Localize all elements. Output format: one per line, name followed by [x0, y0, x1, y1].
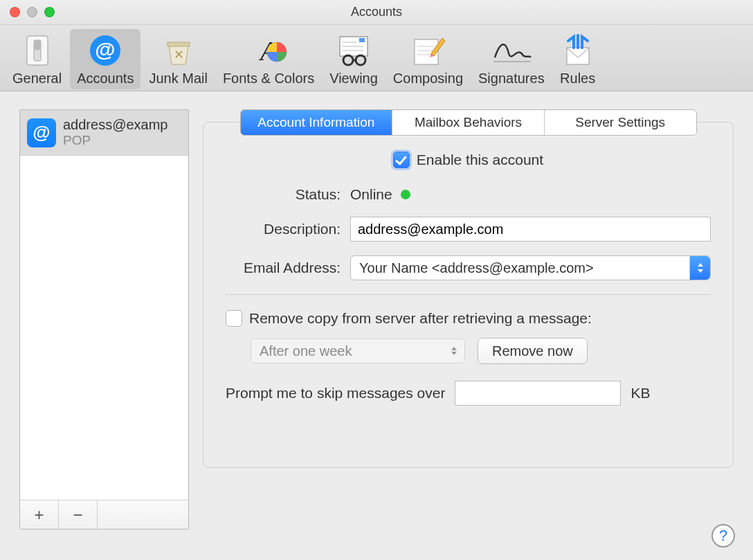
at-sign-icon: @ [89, 33, 122, 68]
account-panel: Account Information Mailbox Behaviors Se… [203, 109, 734, 530]
tab-strip: Account Information Mailbox Behaviors Se… [240, 109, 697, 136]
toolbar-label-junk: Junk Mail [149, 71, 207, 87]
trash-icon: ✕ [162, 33, 195, 68]
description-input[interactable] [350, 217, 711, 242]
toolbar-label-composing: Composing [393, 71, 463, 87]
toolbar-item-composing[interactable]: Composing [386, 29, 470, 89]
status-indicator-icon [401, 190, 410, 199]
toolbar-item-signatures[interactable]: Signatures [471, 29, 552, 89]
sidebar-extra [98, 500, 188, 529]
enable-account-label: Enable this account [417, 152, 543, 168]
remove-copy-label: Remove copy from server after retrieving… [249, 310, 592, 327]
svg-marker-27 [451, 347, 457, 350]
skip-size-input[interactable] [455, 381, 621, 406]
toolbar-label-fonts: Fonts & Colors [223, 71, 314, 87]
email-address-popup[interactable]: Your Name <address@example.com> [350, 255, 711, 280]
skip-unit-label: KB [630, 385, 650, 401]
preferences-toolbar: General @ Accounts ✕ Junk Mail A Fonts &… [0, 25, 753, 91]
help-icon: ? [719, 527, 727, 545]
svg-marker-25 [698, 263, 703, 267]
panel-body: Enable this account Status: Online Descr… [203, 122, 734, 468]
signature-icon [491, 33, 532, 68]
fonts-colors-icon: A [249, 33, 288, 68]
svg-text:@: @ [96, 38, 116, 61]
toolbar-item-fonts-colors[interactable]: A Fonts & Colors [216, 29, 321, 89]
toolbar-label-signatures: Signatures [478, 71, 545, 87]
email-address-label: Email Address: [226, 260, 350, 276]
remove-delay-value: After one week [260, 343, 352, 359]
popup-arrows-icon [689, 256, 710, 280]
svg-marker-26 [698, 269, 703, 273]
enable-account-checkbox[interactable] [393, 152, 410, 168]
svg-point-14 [343, 55, 353, 65]
compose-icon [410, 33, 445, 68]
toolbar-item-rules[interactable]: Rules [553, 29, 603, 89]
toolbar-item-viewing[interactable]: Viewing [323, 29, 385, 89]
at-sign-icon: @ [27, 118, 56, 147]
remove-copy-checkbox[interactable] [226, 310, 242, 327]
rules-icon [560, 33, 596, 68]
svg-rect-2 [34, 40, 41, 50]
status-value: Online [350, 186, 392, 203]
svg-rect-5 [167, 42, 190, 46]
switch-icon [24, 33, 51, 68]
description-label: Description: [226, 221, 350, 237]
toolbar-label-accounts: Accounts [77, 71, 134, 87]
svg-marker-28 [451, 352, 457, 355]
accounts-sidebar: @ address@examp POP + − [19, 109, 189, 530]
viewing-icon [336, 33, 372, 68]
toolbar-item-general[interactable]: General [6, 29, 69, 89]
tab-account-information[interactable]: Account Information [241, 110, 393, 135]
svg-point-15 [356, 55, 365, 65]
content: @ address@examp POP + − Account Informat… [0, 91, 753, 543]
titlebar: Accounts [0, 0, 753, 25]
toolbar-item-junk-mail[interactable]: ✕ Junk Mail [142, 29, 214, 89]
account-name: address@examp [63, 117, 167, 133]
sidebar-toolbar: + − [20, 500, 188, 529]
status-label: Status: [226, 186, 350, 203]
popup-arrows-icon [444, 339, 464, 363]
email-address-value: Your Name <address@example.com> [359, 260, 594, 276]
tab-server-settings[interactable]: Server Settings [545, 110, 696, 135]
add-account-button[interactable]: + [20, 500, 59, 529]
remove-account-button[interactable]: − [59, 500, 98, 529]
account-type: POP [63, 133, 167, 148]
account-list-item[interactable]: @ address@examp POP [20, 110, 188, 156]
remove-delay-popup[interactable]: After one week [251, 338, 465, 363]
tab-mailbox-behaviors[interactable]: Mailbox Behaviors [392, 110, 545, 135]
window-title: Accounts [0, 5, 753, 19]
toolbar-label-viewing: Viewing [329, 71, 378, 87]
sidebar-spacer [20, 156, 188, 500]
svg-text:✕: ✕ [173, 48, 183, 62]
skip-messages-label: Prompt me to skip messages over [226, 385, 445, 401]
account-text: address@examp POP [63, 117, 167, 148]
toolbar-label-rules: Rules [560, 71, 595, 87]
toolbar-item-accounts[interactable]: @ Accounts [70, 29, 140, 89]
remove-now-button[interactable]: Remove now [478, 338, 588, 364]
help-button[interactable]: ? [711, 524, 735, 548]
toolbar-label-general: General [12, 71, 62, 87]
svg-rect-10 [359, 38, 365, 42]
divider [226, 294, 711, 295]
